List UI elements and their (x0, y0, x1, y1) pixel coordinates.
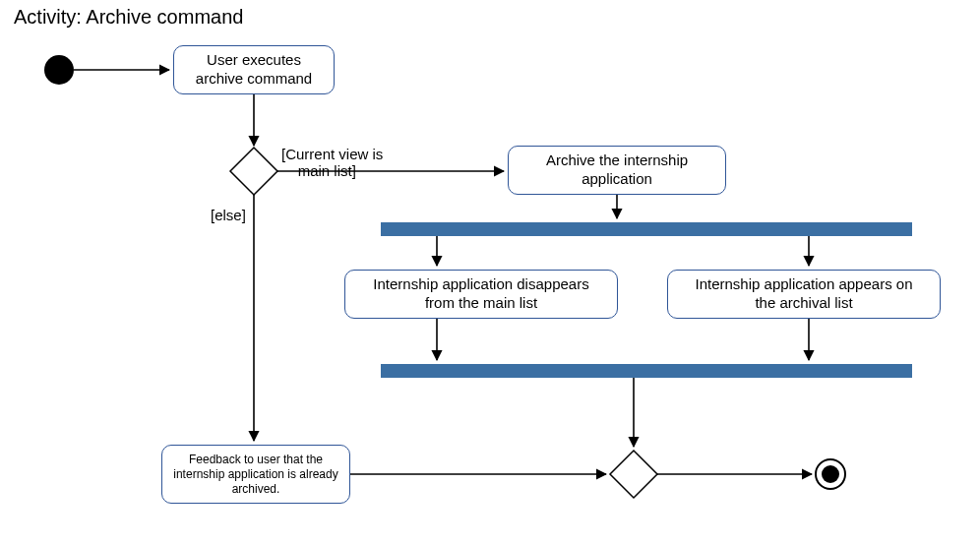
activity-disappear-main: Internship application disappears from t… (344, 270, 618, 319)
final-node (816, 459, 845, 489)
svg-marker-0 (230, 148, 277, 195)
activity-appear-archive: Internship application appears on the ar… (667, 270, 941, 319)
activity-feedback-already-archived: Feedback to user that the internship app… (161, 445, 350, 504)
fork-bar (381, 222, 912, 236)
svg-point-3 (822, 465, 839, 483)
activity-user-executes: User executes archive command (173, 45, 335, 94)
guard-else: [else] (211, 207, 246, 223)
diagram-title: Activity: Archive command (14, 6, 243, 29)
merge-diamond (610, 451, 657, 498)
join-bar (381, 364, 912, 378)
decision-diamond (230, 148, 277, 195)
initial-node (44, 55, 74, 85)
svg-marker-1 (610, 451, 657, 498)
svg-point-2 (816, 459, 845, 489)
activity-archive-application: Archive the internship application (508, 146, 726, 195)
guard-main-list: [Current view is main list] (281, 146, 383, 179)
